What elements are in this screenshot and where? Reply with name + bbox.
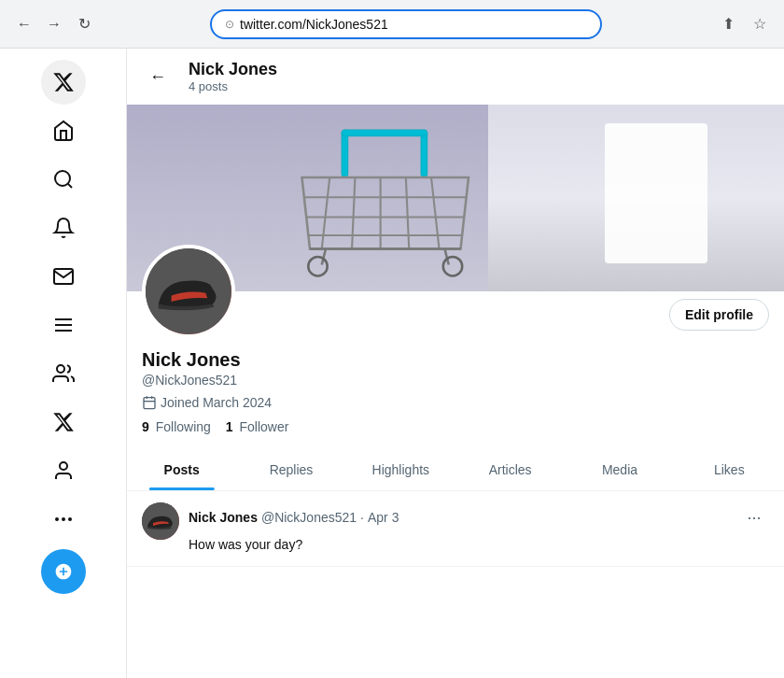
bookmark-button[interactable]: ☆ [747,11,773,37]
back-button[interactable]: ← [11,11,37,37]
svg-point-8 [69,518,71,520]
sidebar-item-premium[interactable] [41,400,86,445]
sidebar-item-lists[interactable] [41,303,86,347]
tweet-header: Nick Jones @NickJones521 · Apr 3 ··· [189,502,769,532]
avatar-section: Edit profile [127,245,784,338]
follower-label: Follower [240,419,289,434]
back-to-feed-button[interactable]: ← [142,61,174,92]
browser-chrome: ← → ↻ ⊙ twitter.com/NickJones521 ⬆ ☆ [0,0,784,49]
calendar-icon [142,395,157,410]
tweet-more-button[interactable]: ··· [739,502,769,532]
profile-tabs: Posts Replies Highlights Articles Media … [127,449,784,491]
compose-button[interactable] [41,549,86,594]
svg-point-6 [60,462,67,470]
sidebar-item-profile[interactable] [41,448,86,493]
cast-button[interactable]: ⬆ [715,11,741,37]
svg-rect-10 [342,130,348,177]
svg-line-16 [406,177,409,249]
avatar-sneaker-svg [146,247,231,336]
profile-header-bar: ← Nick Jones 4 posts [127,49,784,105]
follower-count: 1 [226,419,233,434]
following-label: Following [156,419,211,434]
profile-header-info: Nick Jones 4 posts [189,60,277,93]
edit-profile-button[interactable]: Edit profile [669,299,769,331]
svg-rect-27 [144,398,155,409]
tab-media[interactable]: Media [565,449,674,490]
profile-stats: 9 Following 1 Follower [142,419,769,434]
forward-button[interactable]: → [41,11,67,37]
main-layout: ← Nick Jones 4 posts [0,49,784,678]
reload-button[interactable]: ↻ [71,11,97,37]
svg-line-1 [67,184,71,188]
nav-buttons: ← → ↻ [11,11,97,37]
url-text: twitter.com/NickJones521 [240,17,587,32]
tweet-text: How was your day? [189,536,769,555]
tab-articles[interactable]: Articles [455,449,565,490]
tweet-separator: · [360,510,364,525]
svg-rect-11 [421,130,427,177]
tab-replies[interactable]: Replies [236,449,345,490]
svg-point-5 [57,365,64,373]
address-bar[interactable]: ⊙ twitter.com/NickJones521 [210,9,602,39]
tweet-avatar [142,502,179,540]
joined-text: Joined March 2024 [161,395,272,410]
following-count: 9 [142,419,149,434]
cover-white-box [605,123,707,263]
svg-line-13 [322,177,330,249]
site-security-icon: ⊙ [225,18,234,31]
sidebar-item-communities[interactable] [41,351,86,396]
avatar-image [146,248,231,334]
content-area: ← Nick Jones 4 posts [127,49,784,678]
avatar [142,245,235,338]
tweet-date: Apr 3 [368,510,399,525]
svg-point-0 [55,171,70,186]
tweet-avatar-image [142,502,179,540]
tweet-author-name: Nick Jones [189,510,258,525]
profile-header-name: Nick Jones [189,60,277,79]
tweet-meta: Nick Jones @NickJones521 · Apr 3 [189,510,399,525]
tab-posts[interactable]: Posts [127,449,236,490]
follower-stat[interactable]: 1 Follower [226,419,289,434]
svg-rect-12 [342,130,427,136]
profile-info: Nick Jones @NickJones521 Joined March 20… [127,338,784,438]
svg-line-17 [431,177,440,249]
svg-point-7 [63,518,64,520]
svg-line-14 [352,177,355,249]
tweet-body: Nick Jones @NickJones521 · Apr 3 ··· How… [189,502,769,555]
sidebar-item-home[interactable] [41,108,86,153]
svg-point-9 [56,518,58,520]
sidebar-item-notifications[interactable] [41,205,86,250]
browser-actions: ⬆ ☆ [715,11,773,37]
sidebar [0,49,127,678]
sidebar-item-messages[interactable] [41,254,86,299]
sidebar-item-x-logo[interactable] [41,60,86,105]
tab-highlights[interactable]: Highlights [346,449,455,490]
tweet-item: Nick Jones @NickJones521 · Apr 3 ··· How… [127,491,784,567]
tweet-author-handle: @NickJones521 [261,510,357,525]
following-stat[interactable]: 9 Following [142,419,211,434]
profile-handle: @NickJones521 [142,373,769,388]
tab-likes[interactable]: Likes [675,449,784,490]
profile-joined: Joined March 2024 [142,395,769,410]
sidebar-item-search[interactable] [41,157,86,202]
profile-header-posts: 4 posts [189,79,277,93]
profile-name: Nick Jones [142,349,769,371]
sidebar-item-more[interactable] [41,497,86,542]
